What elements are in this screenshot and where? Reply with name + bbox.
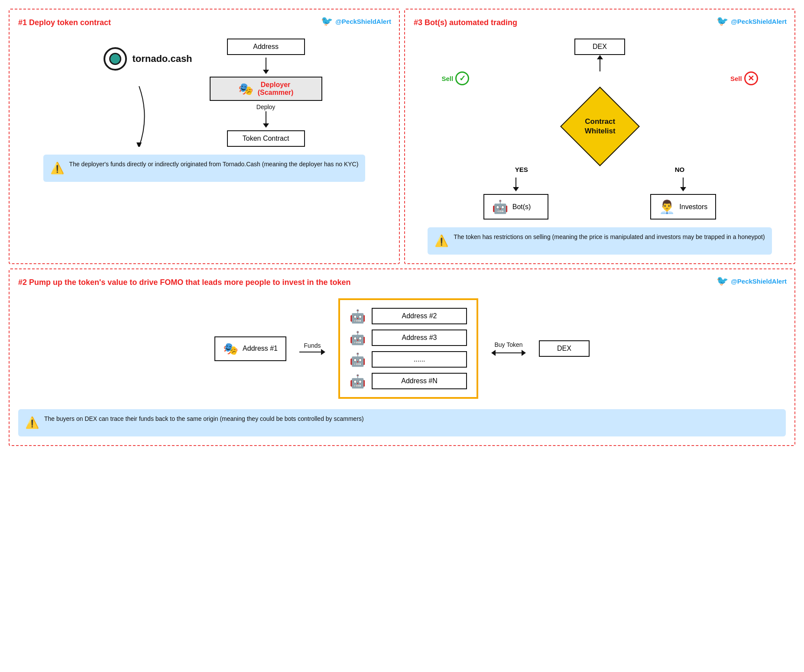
sell-no-label: Sell ✕ — [730, 71, 758, 85]
funds-arrow-head — [321, 349, 325, 355]
funds-line — [299, 352, 321, 352]
bot-icon-p3: 🤖 — [492, 199, 508, 214]
yes-label: YES — [515, 166, 528, 173]
warning-icon-3: ⚠️ — [434, 233, 448, 249]
address3-box: Address #3 — [372, 330, 467, 346]
bot-icon-n: 🤖 — [350, 374, 366, 389]
panel-1: #1 Deploy token contract 🐦 @PeckShieldAl… — [9, 9, 400, 264]
warning-box-1: ⚠️ The deployer's funds directly or indi… — [43, 155, 366, 182]
arrow-right-head — [522, 350, 526, 356]
arrow-down-bots — [513, 178, 519, 191]
arrow-head-investors — [680, 187, 686, 191]
horiz-arrow-funds — [299, 349, 325, 355]
sell-yes-label: Sell ✓ — [441, 71, 469, 85]
arrow-head-1 — [263, 70, 269, 74]
arrow-line-bots — [515, 178, 516, 187]
arrow-head-bots — [513, 187, 519, 191]
sell-check-icon: ✓ — [455, 71, 469, 85]
twitter-icon-3: 🐦 — [716, 16, 728, 27]
whitelist-label: ContractWhitelist — [584, 117, 615, 136]
panel-2-title: #2 Pump up the token's value to drive FO… — [18, 278, 786, 287]
buy-token-label: Buy Token — [494, 341, 522, 348]
twitter-icon-1: 🐦 — [321, 16, 333, 27]
arrow-head-up-1 — [597, 55, 603, 59]
warning-text-3: The token has restrictions on selling (m… — [454, 233, 765, 242]
bot-icon-3: 🤖 — [350, 330, 366, 346]
panel-1-content: tornado.cash Address — [18, 34, 390, 182]
funds-arrow: Funds — [299, 342, 325, 355]
address1-group: 🎭 Address #1 — [214, 336, 286, 361]
arrow-down-investors — [680, 178, 686, 191]
contract-whitelist-diamond: ContractWhitelist — [560, 87, 640, 166]
address2-box: Address #2 — [372, 308, 467, 324]
address1-label: Address #1 — [243, 345, 278, 352]
tornado-circle — [104, 47, 127, 71]
arrow-line-investors — [683, 178, 684, 187]
warning-text-1: The deployer's funds directly or indirec… — [69, 160, 359, 169]
double-arrow — [491, 350, 526, 356]
arrow-down-2: Deploy — [256, 103, 276, 128]
arrow-line-dex — [600, 59, 600, 71]
arrow-up-dex — [597, 55, 603, 71]
arrow-line-2 — [266, 111, 266, 123]
warning-text-2: The buyers on DEX can trace their funds … — [44, 414, 364, 423]
funds-label: Funds — [304, 342, 321, 349]
investors-label: Investors — [679, 203, 707, 211]
warning-box-2: ⚠️ The buyers on DEX can trace their fun… — [18, 409, 786, 436]
tornado-inner — [109, 53, 121, 65]
token-contract-box: Token Contract — [227, 130, 305, 147]
bots-box: 🤖 Bot(s) — [483, 194, 548, 220]
warning-icon-1: ⚠️ — [50, 160, 64, 177]
addressN-box: Address #N — [372, 373, 467, 389]
dex-box-p2: DEX — [539, 340, 590, 357]
investor-icon: 👨‍💼 — [659, 199, 675, 214]
scammer-icon: 🎭 — [238, 82, 253, 96]
sell-cross-icon: ✕ — [744, 71, 758, 85]
no-label: NO — [675, 166, 685, 173]
buy-line — [496, 352, 522, 353]
bot-icon-dots: 🤖 — [350, 352, 366, 367]
p1-right: Address 🎭 Deployer(Scammer) Deploy — [210, 39, 322, 147]
p1-top: tornado.cash Address — [18, 39, 390, 147]
dex-box-p3: DEX — [574, 39, 625, 55]
bots-branch: 🤖 Bot(s) — [483, 175, 548, 220]
diamond-wrapper: ContractWhitelist — [572, 91, 628, 162]
yes-no-row: YES NO — [441, 166, 758, 173]
panel-2-content: 🎭 Address #1 Funds 🤖 Address #2 — [18, 294, 786, 399]
arrow-head-2 — [263, 123, 269, 128]
bot-row-dots: 🤖 ...... — [350, 351, 467, 368]
p3-bottom-row: 🤖 Bot(s) 👨‍💼 Investors — [432, 175, 767, 220]
deployer-text: Deployer(Scammer) — [258, 81, 294, 97]
panel-2-twitter: 🐦 @PeckShieldAlert — [716, 275, 787, 287]
investors-branch: 👨‍💼 Investors — [650, 175, 716, 220]
bot-row-n: 🤖 Address #N — [350, 373, 467, 389]
bots-grid: 🤖 Address #2 🤖 Address #3 🤖 ...... 🤖 Add… — [338, 298, 478, 399]
panel-3-content: DEX Sell ✓ Sell ✕ ContractWh — [414, 34, 786, 255]
panel-1-twitter: 🐦 @PeckShieldAlert — [321, 16, 391, 27]
sell-row: Sell ✓ Sell ✕ — [441, 71, 758, 85]
svg-marker-0 — [136, 142, 142, 147]
bot-row-2: 🤖 Address #2 — [350, 308, 467, 324]
panel-3-twitter: 🐦 @PeckShieldAlert — [716, 16, 787, 27]
address1-box: 🎭 Address #1 — [214, 336, 286, 361]
tornado-logo: tornado.cash — [104, 47, 192, 71]
deploy-label: Deploy — [256, 103, 276, 110]
buy-token-group: Buy Token — [491, 341, 526, 356]
arrow-line-1 — [266, 58, 266, 70]
scammer-icon-2: 🎭 — [223, 342, 238, 356]
warning-icon-2: ⚠️ — [25, 414, 39, 431]
deployer-box: 🎭 Deployer(Scammer) — [210, 77, 322, 101]
twitter-icon-2: 🐦 — [716, 275, 728, 287]
tornado-text: tornado.cash — [132, 53, 192, 65]
bot-row-3: 🤖 Address #3 — [350, 330, 467, 346]
address-box-p1: Address — [227, 39, 305, 55]
panel-2: #2 Pump up the token's value to drive FO… — [9, 268, 795, 446]
warning-box-3: ⚠️ The token has restrictions on selling… — [428, 227, 772, 255]
arrow-left-head — [491, 350, 496, 356]
arrow-down-1 — [263, 58, 269, 74]
investors-box: 👨‍💼 Investors — [650, 194, 716, 220]
panel-3: #3 Bot(s) automated trading 🐦 @PeckShiel… — [404, 9, 795, 264]
main-container: #1 Deploy token contract 🐦 @PeckShieldAl… — [9, 9, 795, 446]
bot-icon-2: 🤖 — [350, 309, 366, 324]
address-dots-box: ...... — [372, 351, 467, 368]
